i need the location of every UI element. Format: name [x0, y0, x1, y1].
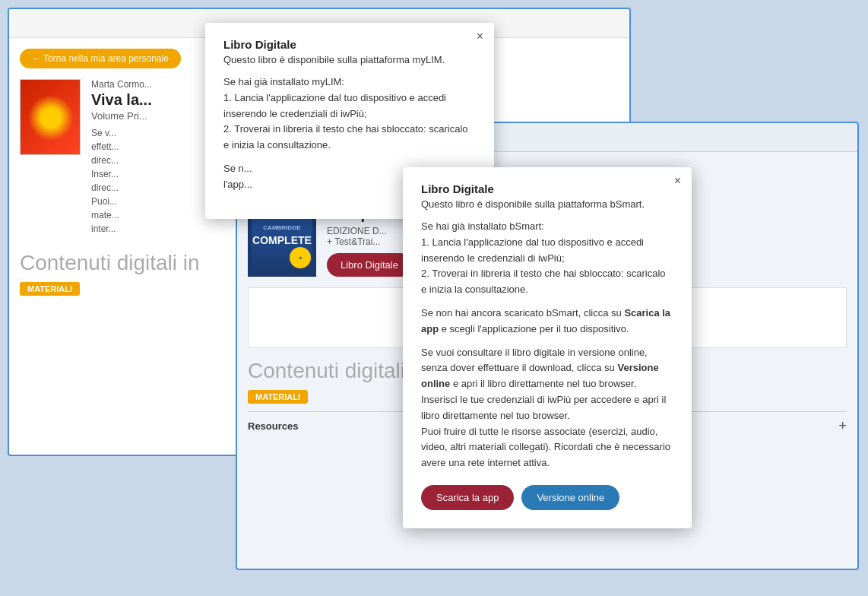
modal-bsmart: × Libro Digitale Questo libro è disponib… — [403, 167, 692, 528]
modal2-section3: Se vuoi consultare il libro digitale in … — [421, 345, 673, 471]
materiali-badge-2: MATERIALI — [248, 390, 308, 404]
modal2-section3-line2: Inserisci le tue credenziali di iwPiù pe… — [421, 394, 666, 421]
modal1-step2: 2. Troverai in libreria il testo che hai… — [223, 123, 468, 151]
book-publisher-label: CAMBRIDGE — [263, 224, 300, 231]
resources-label: Resources — [248, 420, 298, 432]
modal2-section1: Se hai già installato bSmart: 1. Lancia … — [421, 219, 673, 298]
modal1-section2-text: Se n...l'app... — [223, 163, 252, 190]
modal2-subtitle: Questo libro è disponibile sulla piattaf… — [421, 198, 673, 210]
modal2-section2: Se non hai ancora scaricato bSmart, clic… — [421, 306, 673, 338]
versione-online-button[interactable]: Versione online — [521, 485, 619, 510]
modal2-section2-heading: Se non hai ancora scaricato bSmart, clic… — [421, 307, 622, 319]
book-cover-viva — [20, 79, 81, 155]
modal1-close-button[interactable]: × — [477, 30, 483, 43]
modal2-section1-heading: Se hai già installato bSmart: — [421, 220, 544, 232]
resources-expand-icon[interactable]: + — [838, 418, 847, 434]
modal2-step2: 2. Troverai in libreria il testo che hai… — [421, 268, 666, 295]
modal2-section3-intro: Se vuoi consultare il libro digitale in … — [421, 347, 648, 374]
modal2-step1: 1. Lancia l'applicazione dal tuo disposi… — [421, 236, 644, 264]
modal2-section3-tail: e apri il libro direttamente nel tuo bro… — [453, 378, 636, 389]
modal2-title: Libro Digitale — [421, 182, 673, 195]
modal2-close-button[interactable]: × — [674, 175, 681, 187]
libro-digitale-btn-2[interactable]: Libro Digitale — [327, 253, 412, 277]
modal1-section1-heading: Se hai già installato myLIM: — [223, 76, 344, 87]
modal2-buttons: Scarica la app Versione online — [421, 485, 673, 510]
complete-stamp: ★ — [290, 247, 311, 268]
modal2-section2-tail: e scegli l'applicazione per il tuo dispo… — [442, 323, 629, 334]
modal2-section3-line3: Puoi fruire di tutte le risorse associat… — [421, 426, 670, 469]
torna-btn-1[interactable]: ← Torna nella mia area personale — [20, 49, 181, 68]
materiali-badge-1: MATERIALI — [20, 282, 80, 296]
modal1-section1: Se hai già installato myLIM: 1. Lancia l… — [223, 74, 476, 154]
modal1-step1: 1. Lancia l'applicazione dal tuo disposi… — [223, 92, 446, 119]
modal1-title: Libro Digitale — [223, 38, 476, 51]
modal1-subtitle: Questo libro è disponibile sulla piattaf… — [223, 54, 476, 65]
scarica-la-app-button[interactable]: Scarica la app — [421, 485, 514, 510]
book-cover-title: COMPLETE — [252, 234, 312, 246]
